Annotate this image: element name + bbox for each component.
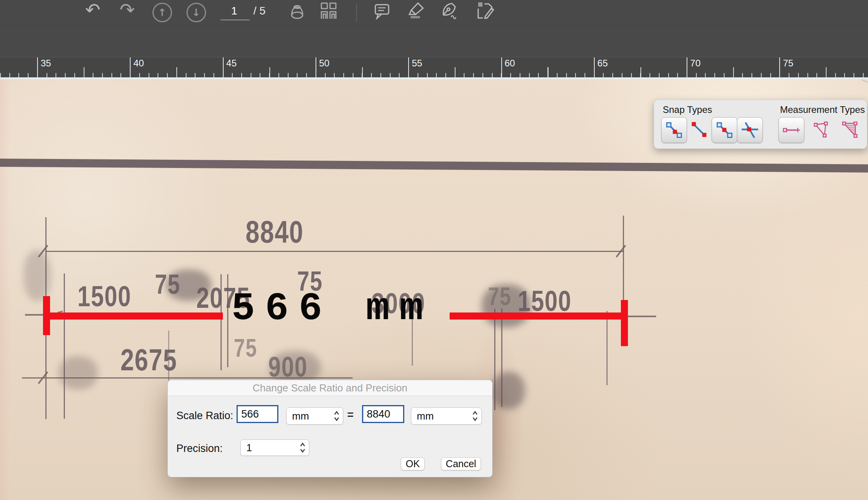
dimension-label: 75 — [488, 282, 511, 311]
dimension-label: 8840 — [246, 214, 304, 250]
redo-icon[interactable]: ↷ — [120, 1, 135, 19]
stepper-icon — [472, 411, 478, 421]
scale-ratio-label: Scale Ratio: — [176, 410, 233, 422]
scan-smudge — [492, 372, 525, 409]
scale-value-2-input[interactable]: 8840 — [362, 405, 404, 423]
snap-intersection-button[interactable] — [737, 117, 763, 143]
scan-smudge — [59, 356, 98, 389]
signature-pen-icon[interactable] — [440, 2, 459, 20]
unit-1-select[interactable]: mm — [286, 407, 343, 425]
measurement-types-title: Measurement Types — [780, 104, 865, 115]
precision-label: Precision: — [176, 443, 223, 455]
ruler-label: 40 — [130, 57, 144, 78]
measure-perimeter-button[interactable] — [808, 117, 833, 142]
page-edit-icon[interactable] — [476, 2, 495, 20]
measure-area-button[interactable] — [837, 117, 862, 142]
drawing-line-stub — [628, 316, 656, 317]
dimension-label: 900 — [268, 351, 308, 383]
precision-select[interactable]: 1 — [240, 439, 309, 456]
page-input-underline — [221, 20, 249, 20]
snap-endpoint-button[interactable] — [661, 117, 687, 143]
precision-value: 1 — [246, 442, 252, 454]
snap-vertex-button[interactable] — [687, 117, 712, 142]
stepper-icon — [300, 442, 305, 453]
equals-sign: = — [347, 409, 353, 421]
undo-icon[interactable]: ↶ — [85, 1, 100, 19]
ruler-label: 35 — [37, 57, 51, 78]
cancel-button[interactable]: Cancel — [441, 457, 481, 470]
measurement-value-label: 566 mm — [231, 287, 433, 331]
scale-value-1-input[interactable]: 566 — [237, 405, 278, 423]
dimension-label: 2675 — [120, 342, 177, 378]
unit-2-value: mm — [417, 410, 434, 422]
ruler-label: 45 — [223, 57, 237, 78]
snap-types-title: Snap Types — [663, 104, 712, 115]
ruler-label: 60 — [501, 57, 515, 78]
scale-ratio-dialog: Change Scale Ratio and Precision Scale R… — [167, 380, 493, 477]
measurement-line-left[interactable] — [50, 312, 223, 320]
unit-2-select[interactable]: mm — [411, 407, 482, 425]
page-total-label: / 5 — [253, 5, 265, 17]
drawing-line — [606, 311, 608, 385]
drawing-line-stub — [25, 314, 43, 316]
loupe-icon[interactable] — [288, 3, 306, 21]
ok-button[interactable]: OK — [401, 457, 425, 470]
unit-1-value: mm — [292, 410, 309, 422]
stepper-icon — [334, 411, 339, 421]
page-down-icon[interactable]: ↓ — [187, 3, 206, 22]
drawing-dimension-line — [45, 251, 624, 252]
top-toolbar: ↶ ↷ ↑ ↓ 1 / 5 — [0, 0, 868, 25]
dimension-label: 75 — [234, 334, 257, 362]
dialog-title: Change Scale Ratio and Precision — [168, 380, 492, 396]
ruler-edge — [0, 77, 868, 79]
ruler-label: 70 — [687, 57, 701, 78]
ruler-label: 55 — [408, 57, 422, 78]
toolbar-separator — [356, 4, 357, 21]
dimension-label: 1500 — [77, 280, 131, 313]
drawing-line — [64, 273, 65, 419]
tools-toolbar: Measuring Tool i Object Data Tool Geospa… — [0, 25, 868, 57]
ruler: 354045505560657075 — [0, 57, 868, 78]
measure-distance-button[interactable] — [778, 117, 804, 143]
measurement-endpoint-left[interactable] — [43, 296, 50, 335]
measure-options-panel: Snap Types Measurement Types — [654, 100, 867, 149]
page-up-icon[interactable]: ↑ — [152, 3, 172, 22]
dialog-titlebar[interactable]: Change Scale Ratio and Precision — [168, 380, 492, 396]
ruler-label: 75 — [779, 57, 793, 78]
scan-smudge — [23, 250, 51, 301]
measurement-line-right[interactable] — [450, 312, 621, 320]
page-layout-icon[interactable] — [320, 2, 338, 20]
ruler-label: 65 — [594, 57, 608, 78]
snap-midpoint-button[interactable] — [712, 117, 737, 143]
highlighter-icon[interactable] — [407, 2, 425, 20]
measurement-endpoint-right[interactable] — [621, 300, 628, 346]
comment-icon[interactable] — [373, 2, 391, 20]
ruler-label: 50 — [316, 57, 330, 78]
dimension-label: 75 — [155, 269, 181, 300]
page-number-input[interactable]: 1 — [217, 4, 251, 18]
